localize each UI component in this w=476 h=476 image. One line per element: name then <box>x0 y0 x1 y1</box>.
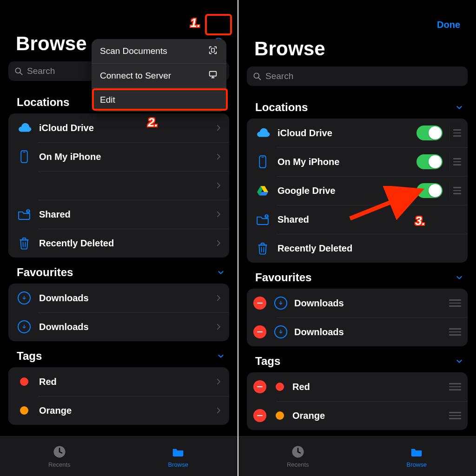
chevron-right-icon <box>214 294 223 302</box>
tag-red: Red <box>247 372 468 401</box>
drag-handle-icon[interactable] <box>449 152 461 171</box>
folder-icon <box>410 445 423 460</box>
tab-recents[interactable]: Recents <box>0 436 119 476</box>
download-icon <box>273 294 289 312</box>
tags-header: Tags <box>17 350 42 363</box>
tab-label: Recents <box>48 461 71 468</box>
tag-orange: Orange <box>247 401 468 430</box>
menu-item-label: Connect to Server <box>100 71 171 81</box>
annotation-number-1: 1. <box>190 16 200 30</box>
drag-handle-icon[interactable] <box>449 181 461 200</box>
location-shared[interactable]: Shared <box>8 200 229 229</box>
tags-section: Tags Red Orange <box>0 341 238 425</box>
chevron-down-icon[interactable] <box>456 355 463 368</box>
favourite-downloads[interactable]: Downloads <box>8 284 229 312</box>
svg-line-21 <box>350 192 417 218</box>
remove-button[interactable] <box>253 409 266 422</box>
tag-orange[interactable]: Orange <box>8 396 229 425</box>
tab-label: Browse <box>407 461 427 468</box>
list-item-label: iCloud Drive <box>39 123 214 133</box>
search-input[interactable]: Search <box>247 66 468 86</box>
tab-browse[interactable]: Browse <box>119 436 238 476</box>
location-icloud: iCloud Drive <box>247 119 468 147</box>
toggle-iphone[interactable] <box>416 154 443 169</box>
tab-bar: Recents Browse <box>0 436 238 476</box>
remove-button[interactable] <box>253 297 266 310</box>
drag-handle-icon[interactable] <box>449 406 461 425</box>
scan-icon <box>208 45 218 58</box>
menu-scan-documents[interactable]: Scan Documents <box>92 39 226 63</box>
favourite-downloads: Downloads <box>247 317 468 346</box>
page-title: Browse <box>254 38 325 60</box>
shared-folder-icon <box>253 210 272 229</box>
tab-recents[interactable]: Recents <box>238 436 357 476</box>
list-item-label: Downloads <box>39 293 214 304</box>
favourite-downloads: Downloads <box>247 289 468 317</box>
google-drive-icon <box>253 181 272 200</box>
menu-item-label: Scan Documents <box>100 46 167 56</box>
iphone-icon <box>15 147 33 166</box>
list-item-label: Downloads <box>294 298 449 309</box>
page-title: Browse <box>16 33 87 55</box>
chevron-right-icon <box>214 239 223 247</box>
chevron-right-icon <box>214 210 223 218</box>
chevron-right-icon <box>214 406 223 415</box>
phone-left: Browse Search Locations iCloud Drive On … <box>0 0 238 476</box>
favourites-header: Favourites <box>17 266 73 279</box>
trash-icon <box>253 239 272 258</box>
menu-connect-server[interactable]: Connect to Server <box>92 63 226 87</box>
blank-icon <box>15 176 33 195</box>
annotation-number-3: 3. <box>415 214 425 228</box>
folder-icon <box>171 445 185 460</box>
chevron-right-icon <box>214 377 223 386</box>
clock-icon <box>53 445 66 460</box>
list-item-label: Orange <box>39 405 214 416</box>
tags-header: Tags <box>255 355 280 368</box>
location-recently-deleted[interactable]: Recently Deleted <box>8 229 229 258</box>
tab-bar: Recents Browse <box>238 436 476 476</box>
drag-handle-icon[interactable] <box>449 377 461 396</box>
favourite-downloads[interactable]: Downloads <box>8 312 229 341</box>
server-icon <box>208 69 218 82</box>
iphone-icon <box>253 152 272 171</box>
chevron-down-icon[interactable] <box>456 101 463 114</box>
tag-red[interactable]: Red <box>8 367 229 396</box>
locations-section: Locations iCloud Drive On My iPhone <box>0 87 238 258</box>
download-icon <box>15 289 33 307</box>
done-button[interactable]: Done <box>433 16 464 34</box>
list-item-label: Recently Deleted <box>278 243 461 254</box>
remove-button[interactable] <box>253 325 266 338</box>
tab-label: Browse <box>168 461 188 468</box>
toggle-icloud[interactable] <box>416 126 443 140</box>
chevron-down-icon[interactable] <box>456 271 463 284</box>
chevron-right-icon <box>214 124 223 132</box>
tags-section: Tags Red Orange <box>238 346 476 430</box>
locations-header: Locations <box>255 101 308 114</box>
location-blank[interactable] <box>8 171 229 200</box>
remove-button[interactable] <box>253 380 266 393</box>
icloud-icon <box>15 119 33 137</box>
chevron-down-icon[interactable] <box>217 266 225 279</box>
location-recently-deleted[interactable]: Recently Deleted <box>247 234 468 263</box>
trash-icon <box>15 234 33 252</box>
search-placeholder: Search <box>27 66 55 76</box>
icloud-icon <box>253 124 272 142</box>
drag-handle-icon[interactable] <box>449 124 461 142</box>
drag-handle-icon[interactable] <box>449 323 461 341</box>
favourites-section: Favourites Downloads Downloads <box>238 263 476 346</box>
drag-handle-icon[interactable] <box>449 294 461 312</box>
locations-section: Locations iCloud Drive On My iPhone <box>238 93 476 263</box>
location-on-my-iphone[interactable]: On My iPhone <box>8 142 229 171</box>
location-icloud[interactable]: iCloud Drive <box>8 113 229 142</box>
list-item-label: Downloads <box>39 322 214 332</box>
search-icon <box>14 66 23 76</box>
tag-dot-red-icon <box>273 377 287 396</box>
tag-dot-red-icon <box>15 372 33 391</box>
annotation-box-1 <box>205 14 232 35</box>
search-placeholder: Search <box>265 71 293 81</box>
list-item-label: Orange <box>292 410 449 421</box>
tab-browse[interactable]: Browse <box>357 436 476 476</box>
chevron-down-icon[interactable] <box>217 350 225 363</box>
phone-right: Done Browse Search Locations iCloud Driv… <box>238 0 476 476</box>
list-item-label: Recently Deleted <box>39 238 214 249</box>
